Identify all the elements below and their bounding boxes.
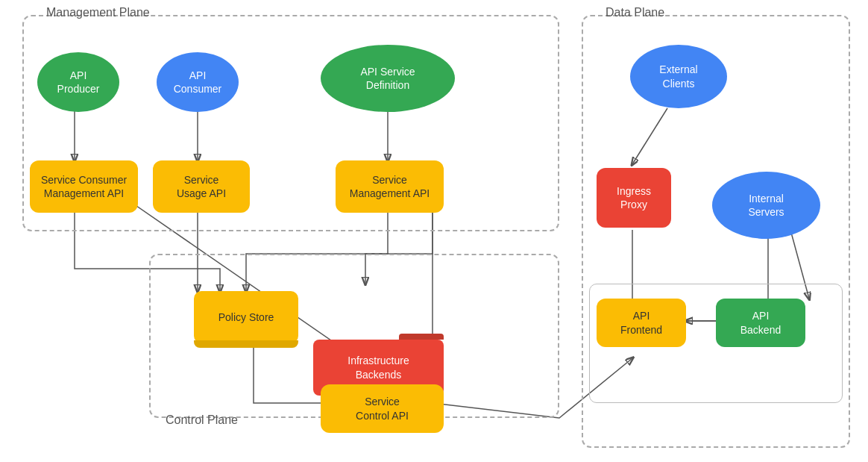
ingress-proxy-node: Ingress Proxy <box>597 168 671 228</box>
api-producer-node: API Producer <box>37 52 119 112</box>
api-backend-node: API Backend <box>716 299 805 347</box>
management-plane-label: Management Plane <box>46 6 150 19</box>
api-frontend-node: API Frontend <box>597 299 686 347</box>
diagram-container: Management Plane Data Plane Control Plan… <box>0 0 868 462</box>
control-plane-label: Control Plane <box>166 413 238 427</box>
data-plane-label: Data Plane <box>606 6 664 19</box>
external-clients-node: External Clients <box>630 45 727 108</box>
service-management-api-node: Service Management API <box>336 160 444 213</box>
service-control-api-node: Service Control API <box>321 384 444 433</box>
service-usage-api-node: Service Usage API <box>153 160 250 213</box>
service-consumer-mgmt-api-node: Service Consumer Management API <box>30 160 138 213</box>
api-service-definition-node: API Service Definition <box>321 45 455 112</box>
internal-servers-node: Internal Servers <box>712 172 820 239</box>
policy-store-node: Policy Store <box>194 291 298 343</box>
api-consumer-node: API Consumer <box>157 52 239 112</box>
